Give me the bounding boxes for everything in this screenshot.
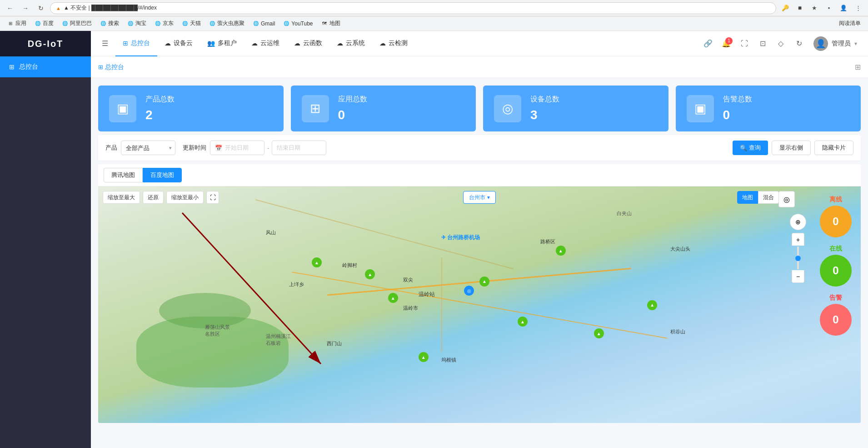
stat-products-icon: ▣ <box>109 95 136 122</box>
theme-button[interactable]: ◇ <box>773 36 788 51</box>
map-pin-1[interactable]: ▲ <box>479 277 489 287</box>
map-pin-3[interactable]: ▲ <box>518 317 528 327</box>
restore-button[interactable]: 还原 <box>143 191 164 204</box>
collapse-button[interactable]: ☰ <box>98 35 112 51</box>
bookmark-search[interactable]: 🌐 搜索 <box>96 19 123 28</box>
city-selector-button[interactable]: 台州市 ▾ <box>463 191 496 204</box>
end-date-input[interactable]: 结束日期 <box>272 141 326 155</box>
map-location-container: ◎ <box>778 191 795 207</box>
bookmark-alibaba[interactable]: 🌐 阿里巴巴 <box>58 19 95 28</box>
location-button[interactable]: ◎ <box>778 191 795 207</box>
apps-icon: ⊞ <box>7 20 14 27</box>
nav-sys-icon: ☁ <box>337 40 343 47</box>
tab-tencent-map[interactable]: 腾讯地图 <box>104 168 143 182</box>
bookmark-jd[interactable]: 🌐 京东 <box>151 19 177 28</box>
youtube-icon: 🌐 <box>283 20 289 27</box>
compass-button[interactable]: ⊕ <box>790 214 806 230</box>
extension-icon-button[interactable]: ◾ <box>793 2 806 15</box>
zoom-max-button[interactable]: 缩放至最大 <box>103 191 140 204</box>
map-label-airport: ✈ 台州路桥机场 <box>441 234 480 242</box>
bookmark-taobao[interactable]: 🌐 淘宝 <box>124 19 150 28</box>
mix-type-label: 混合 <box>763 194 774 201</box>
nav-item-cloud-detect[interactable]: ☁ 云检测 <box>372 31 415 56</box>
bookmark-apps[interactable]: ⊞ 应用 <box>4 19 30 28</box>
star-icon-button[interactable]: ★ <box>808 2 821 15</box>
bookmark-tmall[interactable]: 🌐 天猫 <box>178 19 205 28</box>
nav-item-cloud-ops[interactable]: ☁ 云运维 <box>244 31 287 56</box>
bookmark-search-label: 搜索 <box>108 20 119 27</box>
bookmark-youtube[interactable]: 🌐 YouTube <box>279 20 316 28</box>
bookmark-alibaba-label: 阿里巴巴 <box>70 20 92 27</box>
bookmark-map[interactable]: 🗺 地图 <box>318 19 344 28</box>
query-label: 查询 <box>749 144 761 152</box>
stat-apps-icon: ⊞ <box>302 95 329 122</box>
screen-button[interactable]: ⊡ <box>755 36 770 51</box>
zoom-out-icon: − <box>796 273 800 280</box>
map-label-8: 上垟乡 <box>289 281 304 288</box>
map-label-raoxian: 雁荡山风景名胜区 <box>205 324 230 337</box>
show-right-button[interactable]: 显示右侧 <box>772 141 811 155</box>
breadcrumb-home[interactable]: ⊞ 总控台 <box>98 63 124 71</box>
link-action-button[interactable]: 🔗 <box>701 36 715 51</box>
back-button[interactable]: ← <box>4 2 16 15</box>
map-type-button[interactable]: 地图 <box>737 191 758 204</box>
refresh-action-button[interactable]: ↻ <box>792 36 806 51</box>
map-pin-4[interactable]: ▲ <box>594 328 604 338</box>
bookmark-baidu[interactable]: 🌐 百度 <box>31 19 57 28</box>
key-icon-button[interactable]: 🔑 <box>779 2 792 15</box>
stat-alerts-info: 告警总数 0 <box>723 95 850 122</box>
sidebar-item-dashboard[interactable]: ⊞ 总控台 <box>0 56 91 77</box>
stat-card-apps: ⊞ 应用总数 0 <box>291 86 476 131</box>
filter-bar: 产品 全部产品 更新时间 📅 开始日期 - <box>98 135 861 161</box>
hide-card-button[interactable]: 隐藏卡片 <box>814 141 853 155</box>
map-pin-2[interactable]: ▲ <box>388 293 398 303</box>
menu-button[interactable]: ⋮ <box>852 2 864 15</box>
query-icon: 🔍 <box>740 145 747 151</box>
map-section: 腾讯地图 百度地图 <box>98 164 861 423</box>
map-background: ▲ ▲ ▲ ▲ ▲ ▲ ▲ ◎ ▲ ▲ 岭脚村 双尖 温岭站 <box>98 186 861 423</box>
start-date-input[interactable]: 📅 开始日期 <box>210 141 264 155</box>
stats-section: ▣ 产品总数 2 ⊞ 应用总数 0 ◎ 设备总数 <box>91 78 868 135</box>
city-name: 台州市 <box>469 194 485 201</box>
zoom-handle <box>795 256 801 261</box>
map-label-wenzhou: 温州楠溪江石板岩 <box>266 333 291 347</box>
nav-item-device-cloud[interactable]: ☁ 设备云 <box>157 31 200 56</box>
zoom-min-button[interactable]: 缩放至最小 <box>166 191 204 204</box>
nav-item-multi-tenant[interactable]: 👥 多租户 <box>200 31 244 56</box>
bookmark-huiju[interactable]: 🌐 萤火虫惠聚 <box>205 19 248 28</box>
time-label: 更新时间 <box>183 144 206 152</box>
product-select[interactable]: 全部产品 <box>121 141 175 155</box>
mix-type-button[interactable]: 混合 <box>758 191 779 204</box>
refresh-button[interactable]: ↻ <box>35 2 47 15</box>
address-bar[interactable]: ▲ ▲ 不安全 | ████████████/#/index <box>50 2 776 14</box>
forward-button[interactable]: → <box>19 2 32 15</box>
zoom-out-button[interactable]: − <box>792 270 804 283</box>
user-icon-button[interactable]: 👤 <box>837 2 850 15</box>
map-pin-8[interactable]: ▲ <box>647 300 657 310</box>
map-label-10: 坞根镇 <box>441 357 456 363</box>
zoom-in-button[interactable]: + <box>792 233 804 246</box>
nav-item-cloud-system[interactable]: ☁ 云系统 <box>329 31 372 56</box>
map-fullscreen-button[interactable]: ⛶ <box>206 191 219 204</box>
puzzle-icon-button[interactable]: ▪ <box>823 2 835 15</box>
nav-item-cloud-function[interactable]: ☁ 云函数 <box>287 31 329 56</box>
notification-button[interactable]: 🔔 1 <box>719 36 733 51</box>
query-button[interactable]: 🔍 查询 <box>733 141 768 155</box>
map-green-2 <box>159 293 250 328</box>
stat-devices-value: 3 <box>530 108 658 122</box>
tab-baidu-map[interactable]: 百度地图 <box>143 168 182 182</box>
product-label: 产品 <box>105 144 117 152</box>
map-bm-icon: 🗺 <box>321 20 328 27</box>
nav-item-dashboard[interactable]: ⊞ 总控台 <box>115 31 157 56</box>
fullscreen-button[interactable]: ⛶ <box>737 36 752 51</box>
reading-list-button[interactable]: 阅读清单 <box>835 20 864 27</box>
top-nav-actions: 🔗 🔔 1 ⛶ ⊡ ◇ ↻ 👤 管理员 ▾ <box>701 36 861 51</box>
map-pin-9[interactable]: ▲ <box>312 257 322 267</box>
breadcrumb-label: 总控台 <box>105 63 124 71</box>
product-select-wrapper: 全部产品 <box>121 141 175 155</box>
map-pin-7[interactable]: ▲ <box>556 246 566 256</box>
page-grid-icon[interactable]: ⊞ <box>855 63 861 71</box>
map-pin-6[interactable]: ▲ <box>419 352 429 362</box>
user-info[interactable]: 👤 管理员 ▾ <box>810 36 861 51</box>
bookmark-gmail[interactable]: 🌐 Gmail <box>249 20 279 28</box>
